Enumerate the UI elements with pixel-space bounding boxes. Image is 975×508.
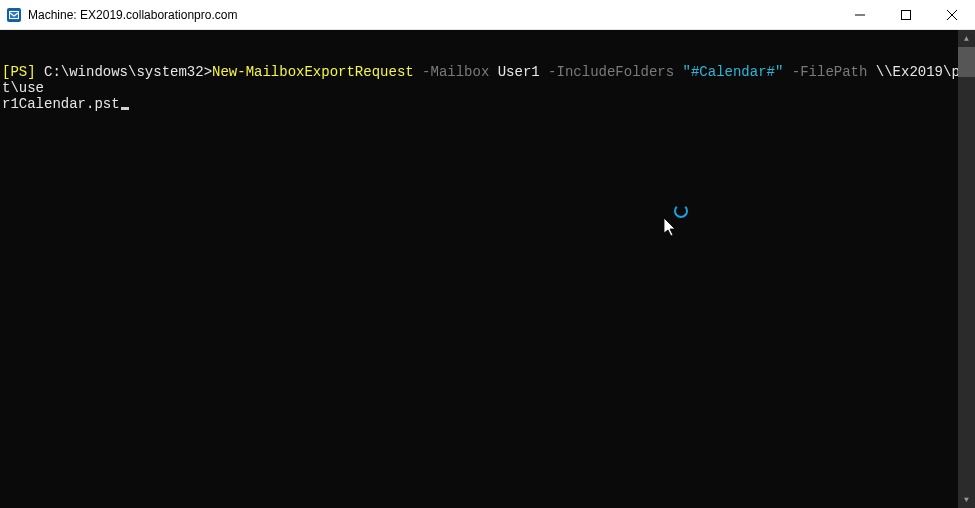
window-controls	[837, 0, 975, 29]
prompt-path: C:\windows\system32>	[36, 64, 212, 80]
cursor-arrow-icon	[664, 218, 678, 238]
app-icon	[6, 7, 22, 23]
val-includefolders: "#Calendar#"	[683, 64, 784, 80]
command-line: [PS] C:\windows\system32>New-MailboxExpo…	[2, 64, 975, 96]
window-title: Machine: EX2019.collaborationpro.com	[28, 8, 837, 22]
val-mailbox: User1	[498, 64, 540, 80]
command-line-wrap: r1Calendar.pst	[2, 96, 975, 112]
terminal-area[interactable]: [PS] C:\windows\system32>New-MailboxExpo…	[0, 30, 975, 508]
titlebar: Machine: EX2019.collaborationpro.com	[0, 0, 975, 30]
param-includefolders: -IncludeFolders	[540, 64, 683, 80]
cmdlet-name: New-MailboxExportRequest	[212, 64, 414, 80]
param-mailbox: -Mailbox	[414, 64, 498, 80]
close-button[interactable]	[929, 0, 975, 30]
mouse-pointer-busy	[664, 210, 698, 274]
text-cursor	[121, 107, 129, 110]
maximize-button[interactable]	[883, 0, 929, 30]
busy-spinner-icon	[674, 204, 688, 218]
scroll-up-arrow[interactable]: ▲	[958, 30, 975, 47]
svg-rect-4	[902, 11, 911, 20]
prompt-bracket: [PS]	[2, 64, 36, 80]
scroll-thumb[interactable]	[958, 47, 975, 77]
vertical-scrollbar[interactable]: ▲ ▼	[958, 30, 975, 508]
scroll-down-arrow[interactable]: ▼	[958, 491, 975, 508]
param-filepath: -FilePath	[783, 64, 875, 80]
val-filepath-part2: r1Calendar.pst	[2, 96, 120, 112]
minimize-button[interactable]	[837, 0, 883, 30]
